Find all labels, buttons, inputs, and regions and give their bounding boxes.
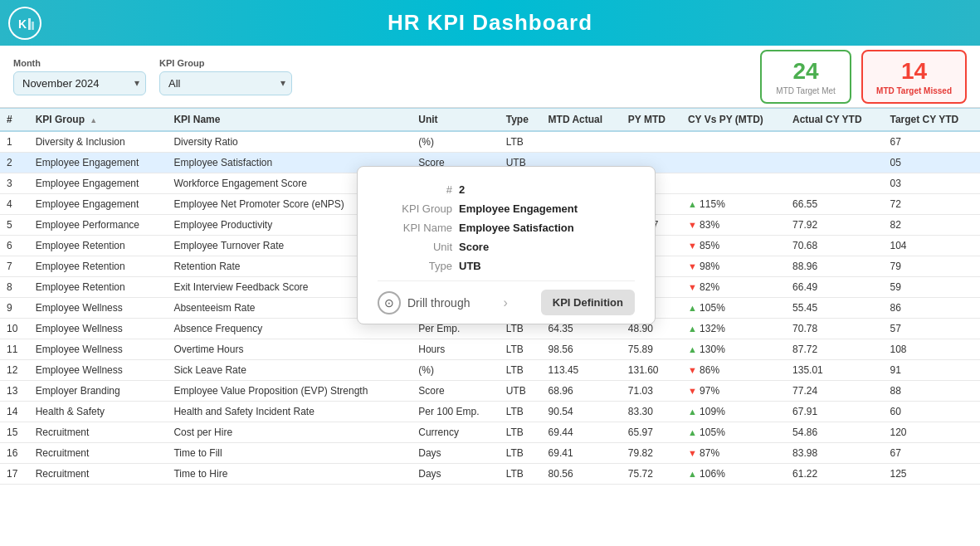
drill-through-button[interactable]: ⊙ Drill through	[378, 291, 470, 314]
cell-mtd: 90.54	[542, 402, 622, 422]
cell-name: Sick Leave Rate	[167, 360, 412, 381]
cell-type: LTB	[500, 443, 542, 464]
month-control: Month November 2024	[13, 58, 146, 95]
table-row[interactable]: 16 Recruitment Time to Fill Days LTB 69.…	[0, 443, 980, 464]
drill-icon: ⊙	[378, 291, 401, 314]
cell-unit: Currency	[412, 422, 499, 443]
col-kpi-name[interactable]: KPI Name	[167, 109, 412, 132]
table-row[interactable]: 15 Recruitment Cost per Hire Currency LT…	[0, 422, 980, 443]
table-row[interactable]: 1 Diversity & Inclusion Diversity Ratio …	[0, 131, 980, 153]
header: K HR KPI Dashboard	[0, 0, 980, 46]
table-row[interactable]: 17 Recruitment Time to Hire Days LTB 80.…	[0, 464, 980, 485]
cell-num: 1	[0, 131, 29, 153]
cell-cy-vs-py: ▼ 83%	[681, 215, 786, 236]
tooltip-group-val: Employee Engagement	[459, 202, 578, 215]
cell-group: Employee Wellness	[29, 360, 168, 381]
cell-mtd: 113.45	[542, 360, 622, 381]
cell-cy-vs-py: ▲ 132%	[681, 319, 786, 339]
trend-down-icon: ▼	[688, 386, 697, 396]
cell-name: Health and Safety Incident Rate	[167, 402, 412, 422]
cell-cy-vs-py: ▼ 85%	[681, 236, 786, 256]
col-target-ytd[interactable]: Target CY YTD	[884, 109, 981, 132]
col-mtd-actual[interactable]: MTD Actual	[542, 109, 622, 132]
mtd-target-missed-card: 14 MTD Target Missed	[861, 50, 967, 104]
month-select[interactable]: November 2024	[13, 71, 146, 95]
cell-target-ytd: 05	[884, 153, 981, 173]
cell-actual-ytd: 70.68	[786, 236, 883, 256]
cell-unit: Days	[412, 443, 499, 464]
cell-target-ytd: 67	[884, 443, 981, 464]
tooltip-num-row: # 2	[378, 183, 635, 196]
chevron-right-icon: ›	[503, 295, 507, 310]
cell-unit: Hours	[412, 339, 499, 360]
cell-mtd: 68.96	[542, 381, 622, 402]
tooltip-type-row: Type UTB	[378, 260, 635, 272]
cell-cy-vs-py: ▼ 82%	[681, 277, 786, 298]
cell-cy-vs-py: ▲ 105%	[681, 298, 786, 319]
svg-rect-2	[28, 18, 31, 30]
col-cy-vs-py[interactable]: CY Vs PY (MTD)	[681, 109, 786, 132]
kpi-group-select-wrapper[interactable]: All	[159, 71, 292, 95]
cell-mtd: 98.56	[542, 339, 622, 360]
cell-target-ytd: 03	[884, 173, 981, 194]
cell-cy-vs-py	[681, 131, 786, 153]
cell-target-ytd: 82	[884, 215, 981, 236]
tooltip-name-key: KPI Name	[378, 222, 452, 234]
trend-down-icon: ▼	[688, 282, 697, 292]
cell-type: UTB	[500, 381, 542, 402]
tooltip-group-key: KPI Group	[378, 202, 452, 215]
kpi-group-control: KPI Group All	[159, 58, 292, 95]
cell-cy-vs-py: ▲ 109%	[681, 402, 786, 422]
sort-arrow-group: ▲	[90, 116, 97, 124]
mtd-target-missed-value: 14	[876, 58, 952, 85]
table-row[interactable]: 13 Employer Branding Employee Value Prop…	[0, 381, 980, 402]
cell-group: Diversity & Inclusion	[29, 131, 168, 153]
cell-type: LTB	[500, 360, 542, 381]
cell-actual-ytd: 54.86	[786, 422, 883, 443]
cell-actual-ytd: 61.22	[786, 464, 883, 485]
kpi-group-select[interactable]: All	[159, 71, 292, 95]
tooltip-unit-val: Score	[459, 241, 489, 253]
table-row[interactable]: 14 Health & Safety Health and Safety Inc…	[0, 402, 980, 422]
month-label: Month	[13, 58, 146, 68]
cell-target-ytd: 120	[884, 422, 981, 443]
table-row[interactable]: 12 Employee Wellness Sick Leave Rate (%)…	[0, 360, 980, 381]
cell-target-ytd: 88	[884, 381, 981, 402]
col-type[interactable]: Type	[500, 109, 542, 132]
cell-actual-ytd: 83.98	[786, 443, 883, 464]
cell-num: 16	[0, 443, 29, 464]
col-py-mtd[interactable]: PY MTD	[622, 109, 681, 132]
cell-target-ytd: 86	[884, 298, 981, 319]
cell-actual-ytd: 88.96	[786, 256, 883, 277]
col-actual-ytd[interactable]: Actual CY YTD	[786, 109, 883, 132]
col-unit[interactable]: Unit	[412, 109, 499, 132]
table-row[interactable]: 11 Employee Wellness Overtime Hours Hour…	[0, 339, 980, 360]
cell-num: 4	[0, 194, 29, 215]
cell-target-ytd: 91	[884, 360, 981, 381]
tooltip-name-row: KPI Name Employee Satisfaction	[378, 222, 635, 234]
cell-cy-vs-py: ▲ 105%	[681, 422, 786, 443]
cell-actual-ytd	[786, 173, 883, 194]
cell-actual-ytd: 55.45	[786, 298, 883, 319]
trend-up-icon: ▲	[688, 324, 697, 334]
trend-up-icon: ▲	[688, 407, 697, 417]
month-select-wrapper[interactable]: November 2024	[13, 71, 146, 95]
cell-group: Employee Retention	[29, 236, 168, 256]
kpi-definition-button[interactable]: KPI Definition	[541, 290, 635, 315]
cell-group: Recruitment	[29, 464, 168, 485]
cell-group: Employee Retention	[29, 277, 168, 298]
cell-type: LTB	[500, 131, 542, 153]
kpi-group-label: KPI Group	[159, 58, 292, 68]
cell-actual-ytd: 70.78	[786, 319, 883, 339]
mtd-target-met-label: MTD Target Met	[775, 86, 836, 95]
tooltip-num-key: #	[378, 183, 452, 196]
col-kpi-group[interactable]: KPI Group ▲	[29, 109, 168, 132]
cell-mtd: 69.41	[542, 443, 622, 464]
cell-num: 17	[0, 464, 29, 485]
cell-unit: Score	[412, 381, 499, 402]
cell-actual-ytd: 77.24	[786, 381, 883, 402]
cell-num: 13	[0, 381, 29, 402]
trend-up-icon: ▲	[688, 469, 697, 479]
cell-type: LTB	[500, 422, 542, 443]
cell-group: Employee Engagement	[29, 173, 168, 194]
